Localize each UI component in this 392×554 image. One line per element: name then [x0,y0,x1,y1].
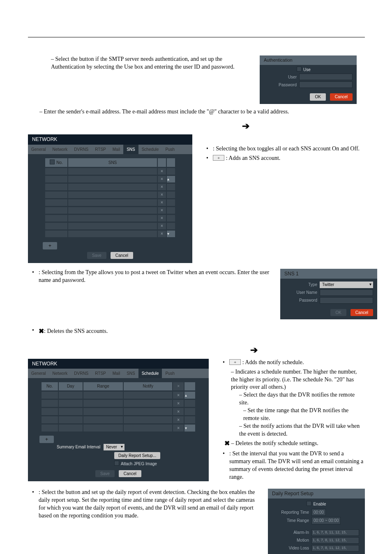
table-row: × [45,183,175,190]
sch-day-header: Day [59,382,83,390]
bullet-daily-report: : Select the button and set up the daily… [28,489,258,520]
network-title-2: NETWORK [28,359,209,369]
bullet-twitter: : Selecting from the Type allows you to … [28,269,270,284]
auth-password-label: Password [264,82,297,88]
drs-enable-label: Enable [313,502,326,506]
tab2-schedule[interactable]: Schedule [138,369,162,379]
tab2-network[interactable]: Network [49,369,71,379]
sns1-user-input[interactable] [320,289,373,296]
para-sender: – Enter the sender's e-mail address. The… [28,108,365,116]
tab-general[interactable]: General [28,145,49,155]
use-label: Use [303,67,311,72]
tab2-push[interactable]: Push [162,369,178,379]
sns1-user-label: User Name [284,290,317,295]
tab2-dvrns[interactable]: DVRNS [71,369,92,379]
tab-push[interactable]: Push [162,145,178,155]
sns-save-button[interactable]: Save [87,252,106,259]
auth-title: Authentication [260,55,357,65]
drs-reptime-label: Reporting Time [272,510,309,515]
daily-report-panel: Daily Report Setup Enable Reporting Time… [268,489,365,554]
attach-jpeg-checkbox[interactable] [114,461,119,466]
auth-cancel-button[interactable]: Cancel [330,93,353,101]
sns1-type-select[interactable]: Twitter [320,282,373,288]
schedule-cancel-button[interactable]: Cancel [119,470,141,478]
sns1-title: SNS 1 [280,269,377,279]
table-row: ×▾ [45,230,175,237]
bullet-sns-toggle: : Selecting the box toggles all or each … [202,145,365,153]
drs-motion-label: Motion [272,538,309,543]
drs-reptime-value[interactable]: 00:00 [311,509,326,516]
auth-user-label: User [264,74,297,80]
sns-table: No. SNS × ×▴ × × × × × × ×▾ [44,157,176,238]
x-icon: ✖ [39,328,44,335]
drs-alarm-label: Alarm-In [272,530,309,536]
tab-schedule[interactable]: Schedule [138,145,162,155]
sns-cancel-button[interactable]: Cancel [111,252,133,259]
table-row: × [45,191,175,198]
para-auth: – Select the button if the SMTP server n… [28,55,250,71]
bullet-sei: : Set the interval that you want the DVR… [219,450,365,481]
tab2-general[interactable]: General [28,369,49,379]
table-row: × [45,207,175,214]
plus-icon: + [213,155,224,161]
table-row: ×▾ [42,424,195,432]
sched-notify-text: – Set the notify actions that the DVR wi… [219,422,365,438]
sns-all-checkbox[interactable] [50,159,55,164]
table-row: × [45,199,175,206]
drs-vloss-label: Video Loss [272,545,309,551]
table-row: × [45,168,175,175]
sns-add-button[interactable]: + [43,242,57,249]
tab2-mail[interactable]: Mail [109,369,123,379]
sched-delete-text: ✖ – Deletes the notify schedule settings… [219,439,365,448]
sns1-password-label: Password [284,298,317,303]
sch-range-header: Range [83,382,123,390]
drs-timerange-value[interactable]: 00:00 ~ 00:00 [311,517,341,524]
drs-enable-checkbox[interactable] [307,501,311,506]
bullet-delete-sns: ✖: Deletes the SNS accounts. [28,327,365,336]
tab2-rtsp[interactable]: RTSP [92,369,109,379]
schedule-table: No. Day Range Notify × ×▴ × × × ×▾ [41,381,196,432]
table-row: ×▴ [42,391,195,399]
tab-network[interactable]: Network [49,145,71,155]
sns1-panel: SNS 1 TypeTwitter User Name Password OK … [280,269,377,319]
sns1-password-input[interactable] [320,297,373,304]
drs-vloss-select[interactable]: 1, 6, 7, 8, 11, 12, 15, [311,545,359,552]
tab-rtsp[interactable]: RTSP [92,145,109,155]
arrow-2: ➔ [143,344,365,356]
drs-alarm-select[interactable]: 1, 6, 7, 8, 11, 12, 15, [311,529,359,536]
sns1-ok-button[interactable]: OK [330,309,346,316]
authentication-panel: Authentication Use User Password OK Canc… [260,55,357,104]
table-row: × [42,408,195,415]
table-row: × [42,399,195,407]
arrow-1: ➔ [127,120,365,132]
table-row: × [45,222,175,229]
daily-report-setup-button[interactable]: Daily Report Setup... [114,452,160,459]
drs-title: Daily Report Setup [268,489,365,499]
tab-mail[interactable]: Mail [109,145,123,155]
plus-icon-2: + [229,359,241,365]
auth-ok-button[interactable]: OK [310,93,325,101]
table-row: × [45,215,175,222]
drs-motion-select[interactable]: 1, 6, 7, 8, 11, 12, 15, [311,537,359,544]
sns1-cancel-button[interactable]: Cancel [350,309,373,316]
bullet-sns-add: + : Adds an SNS account. [202,155,365,162]
sched-range-text: – Set the time range that the DVR notifi… [219,407,365,422]
auth-user-input[interactable] [299,74,353,80]
use-checkbox[interactable] [297,67,302,72]
network-title-1: NETWORK [28,134,192,144]
tab-dvrns[interactable]: DVRNS [71,145,92,155]
tab2-sns[interactable]: SNS [123,369,138,379]
sch-no-header: No. [42,382,58,390]
schedule-save-button[interactable]: Save [95,470,115,478]
sch-notify-header: Notify [124,382,172,390]
bullet-add-schedule: + : Adds the notify schedule. [219,359,365,367]
sched-no-text: – Indicates a schedule number. The highe… [219,368,365,392]
summary-email-interval-select[interactable]: Never [104,444,125,450]
tab-sns[interactable]: SNS [123,145,138,155]
schedule-add-button[interactable]: + [39,436,54,443]
network-sns-panel: NETWORK General Network DVRNS RTSP Mail … [28,134,192,263]
auth-password-input[interactable] [299,81,353,88]
table-row: × [42,416,195,423]
summary-email-interval-label: Summary Email Interval [57,444,100,450]
sns-sns-header: SNS [68,158,157,167]
